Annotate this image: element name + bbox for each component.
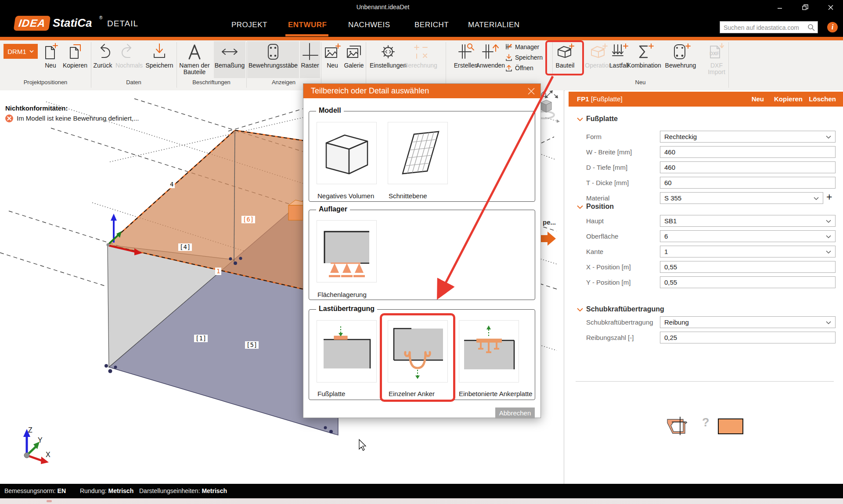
selector-label: DRM1 xyxy=(7,48,26,55)
new-document-icon xyxy=(41,42,60,62)
open-button[interactable]: Öffnen xyxy=(505,63,533,73)
apply-button[interactable]: Anwenden xyxy=(473,41,508,78)
maximize-button[interactable] xyxy=(795,0,815,14)
tile-flaechenlagerung[interactable] xyxy=(317,220,377,282)
tab-entwurf[interactable]: ENTWURF xyxy=(288,21,327,29)
close-button[interactable] xyxy=(821,0,841,14)
edge-label-4: 4 xyxy=(169,181,175,188)
tab-nachweis[interactable]: NACHWEIS xyxy=(348,21,390,29)
add-combination-button[interactable]: Kombination xyxy=(623,41,665,78)
gallery-button[interactable]: Galerie xyxy=(342,41,365,78)
expand-view-icon[interactable] xyxy=(545,91,558,98)
material-select[interactable]: S 355 xyxy=(660,192,823,204)
add-material-button[interactable]: + xyxy=(826,191,832,203)
tile-schnittebene[interactable] xyxy=(388,122,448,184)
edge-label-1: 1 xyxy=(215,268,221,275)
search-input[interactable] xyxy=(723,22,806,33)
tab-bericht[interactable]: BERICHT xyxy=(414,21,449,29)
face-label-4: [4] xyxy=(178,243,192,251)
cancel-button[interactable]: Abbrechen xyxy=(495,407,535,418)
grid-button[interactable]: Raster xyxy=(300,41,320,78)
surface-select[interactable]: 6 xyxy=(660,230,836,242)
manager-button[interactable]: Manager xyxy=(505,42,539,52)
undo-button[interactable]: Zurück xyxy=(91,41,114,78)
section-collapse-icon[interactable] xyxy=(577,118,583,122)
section-fussplatte[interactable]: Fußplatte xyxy=(586,115,618,123)
minimize-button[interactable] xyxy=(770,0,790,14)
save-small-button[interactable]: Speichern xyxy=(505,53,543,62)
section-position[interactable]: Position xyxy=(586,203,614,211)
tab-projekt[interactable]: PROJEKT xyxy=(231,21,267,29)
section-collapse-icon[interactable] xyxy=(577,205,583,209)
error-icon[interactable] xyxy=(5,114,13,122)
tile-fussplatte[interactable] xyxy=(317,320,377,382)
copy-button[interactable]: Kopieren xyxy=(61,41,90,78)
status-code[interactable]: Bemessungsnorm: EN xyxy=(4,487,66,494)
tile-negatives-volumen[interactable] xyxy=(317,122,377,184)
section-plane-icon xyxy=(389,125,447,182)
search-icon[interactable] xyxy=(807,24,815,32)
add-member-button[interactable]: Bauteil xyxy=(552,41,578,78)
save-button[interactable]: Speichern xyxy=(144,41,175,78)
next-arrow-button[interactable] xyxy=(539,232,556,246)
depth-input[interactable]: 460 xyxy=(660,161,836,173)
info-button[interactable] xyxy=(827,22,838,32)
main-member-select[interactable]: SB1 xyxy=(660,215,836,227)
section-schubkraft[interactable]: Schubkraftübertragung xyxy=(586,305,664,313)
status-rounding[interactable]: Rundung: Metrisch xyxy=(80,487,133,494)
element-names-button[interactable]: Namen der Bauteile xyxy=(176,41,213,78)
section-collapse-icon[interactable] xyxy=(577,308,583,312)
tab-materialien[interactable]: MATERIALIEN xyxy=(468,21,520,29)
face-label-6: [6] xyxy=(241,216,255,223)
x-position-input[interactable]: 0,55 xyxy=(660,261,836,273)
help-question-mark[interactable]: ? xyxy=(702,416,710,429)
depth-value: 460 xyxy=(664,164,675,171)
minimize-icon xyxy=(777,5,782,10)
new-project-position-button[interactable]: Neu xyxy=(41,41,60,78)
tile-label: Fußplatte xyxy=(317,390,345,397)
panel-copy-button[interactable]: Kopieren xyxy=(774,95,803,103)
groupbox-lastuebertragung-label: Lastübertragung xyxy=(316,305,377,313)
dialog-title-bar[interactable]: Teilbereich oder Detail auswählen xyxy=(303,84,540,98)
shear-transfer-select[interactable]: Reibung xyxy=(660,316,836,328)
restore-icon xyxy=(802,4,808,11)
panel-new-button[interactable]: Neu xyxy=(752,95,764,103)
save-icon xyxy=(150,42,169,62)
redo-button: Nochmals xyxy=(115,41,143,78)
groupbox-auflager-label: Auflager xyxy=(316,205,350,213)
friction-coefficient-input[interactable]: 0,25 xyxy=(660,332,836,343)
field-label: Reibungszahl [-] xyxy=(586,334,634,341)
property-panel: FP1 [Fußplatte] Neu Kopieren Löschen Fuß… xyxy=(565,90,843,484)
status-units[interactable]: Darstellungseinheiten: Metrisch xyxy=(139,487,227,494)
dialog-close-icon[interactable] xyxy=(527,87,535,95)
create-section-icon xyxy=(456,42,476,62)
width-input[interactable]: 460 xyxy=(660,146,836,158)
edge-select[interactable]: 1 xyxy=(660,246,836,257)
tile-einzelner-anker[interactable] xyxy=(388,320,448,382)
thickness-input[interactable]: 60 xyxy=(660,177,836,189)
friction-coefficient-value: 0,25 xyxy=(664,334,677,341)
add-reinforcement-button[interactable]: Bewehrung xyxy=(663,41,699,78)
face-label-1: [1] xyxy=(194,335,208,342)
nonconformities-message[interactable]: Im Modell ist keine Bewehrung definiert,… xyxy=(17,114,139,122)
tile-einbetonierte-ankerplatte[interactable] xyxy=(459,320,519,382)
grid-axes-icon xyxy=(301,42,319,62)
new-image-button[interactable]: Neu xyxy=(323,41,342,78)
brand-statica: StatiCa xyxy=(53,16,92,30)
panel-delete-button[interactable]: Löschen xyxy=(809,95,836,103)
project-position-selector[interactable]: DRM1 xyxy=(4,44,38,59)
close-icon xyxy=(828,5,833,10)
field-label: Form xyxy=(586,133,602,140)
redo-icon xyxy=(120,42,138,62)
dimension-button[interactable]: Bemaßung xyxy=(214,41,245,78)
rebar-button[interactable]: Bewehrungsstäbe xyxy=(247,41,299,78)
rebar-section-icon xyxy=(264,42,282,62)
product-name: DETAIL xyxy=(107,19,138,29)
y-position-input[interactable]: 0,55 xyxy=(660,276,836,288)
home-icon[interactable] xyxy=(541,92,546,97)
form-select[interactable]: Rechteckig xyxy=(660,131,836,143)
edge-value: 1 xyxy=(664,248,668,255)
thickness-value: 60 xyxy=(664,179,672,186)
y-position-value: 0,55 xyxy=(664,279,677,286)
accent-band xyxy=(0,37,843,40)
